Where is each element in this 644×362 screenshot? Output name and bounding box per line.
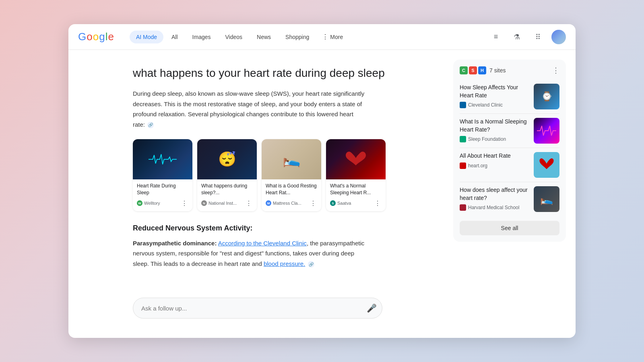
tab-all[interactable]: All [165, 31, 184, 43]
source-item-4[interactable]: How does sleep affect your heart rate? H… [460, 182, 559, 216]
card-image-2: 😴 [197, 139, 257, 179]
list-icon-button[interactable]: ≡ [489, 30, 503, 44]
sources-header: C S H 7 sites ⋮ [460, 66, 559, 75]
image-card-3[interactable]: 🛌 What is a Good Resting Heart Rat... M … [262, 139, 321, 211]
main-content: what happens to your heart rate during d… [68, 50, 576, 338]
card-menu-btn-3[interactable]: ⋮ [309, 199, 317, 208]
parasympathetic-label: Parasympathetic dominance: [133, 240, 217, 247]
source-thumb-1: ⌚ [534, 84, 559, 109]
source-title-4: How does sleep affect your heart rate? [460, 186, 529, 202]
image-card-1[interactable]: Heart Rate During Sleep W Welltory ⋮ [133, 139, 192, 211]
site-name-1: Cleveland Clinic [468, 102, 503, 108]
mic-button[interactable]: 🎤 [367, 303, 377, 313]
site-favicon-4 [460, 204, 466, 211]
card-favicon-2: N [201, 200, 207, 206]
card-source-name-1: Welltory [144, 201, 160, 206]
tab-images[interactable]: Images [186, 31, 217, 43]
labs-icon-button[interactable]: ⚗ [510, 30, 524, 44]
card-favicon-4: S [330, 200, 336, 206]
card-source-name-2: National Inst... [208, 201, 237, 206]
follow-up-wrapper: 🎤 [133, 298, 382, 319]
card-source-1: W Welltory ⋮ [137, 199, 188, 208]
image-cards-row: Heart Rate During Sleep W Welltory ⋮ [133, 139, 427, 211]
mic-icon: 🎤 [367, 304, 377, 313]
card-title-2: What happens during sleep?... [201, 183, 253, 196]
card-source-2: N National Inst... ⋮ [201, 199, 253, 208]
card-source-4: S Saatva ⋮ [330, 199, 382, 208]
card-title-1: Heart Rate During Sleep [137, 183, 188, 196]
site-favicon-3 [460, 162, 466, 169]
source-icon-3: H [478, 66, 486, 74]
blood-pressure-link[interactable]: blood pressure. [264, 260, 305, 267]
tab-shopping[interactable]: Shopping [279, 31, 316, 43]
sites-count: 7 sites [489, 67, 506, 74]
tab-news[interactable]: News [250, 31, 277, 43]
card-info-3: What is a Good Resting Heart Rat... M Ma… [262, 179, 321, 211]
query-title: what happens to your heart rate during d… [133, 66, 427, 80]
card-menu-btn-4[interactable]: ⋮ [374, 199, 382, 208]
see-all-button[interactable]: See all [460, 221, 559, 235]
card-menu-btn-2[interactable]: ⋮ [245, 199, 253, 208]
header: Google AI Mode All Images Videos News Sh… [68, 24, 576, 50]
more-menu-button[interactable]: ⋮ More [317, 30, 348, 44]
section-title: Reduced Nervous System Activity: [133, 224, 427, 232]
card-info-2: What happens during sleep?... N National… [197, 179, 257, 211]
site-name-4: Harvard Medical School [468, 205, 519, 210]
source-title-3: All About Heart Rate [460, 152, 529, 160]
tab-videos[interactable]: Videos [219, 31, 249, 43]
site-name-3: heart.org [468, 163, 487, 169]
card-title-3: What is a Good Resting Heart Rat... [266, 183, 317, 196]
sources-menu-button[interactable]: ⋮ [552, 66, 559, 75]
source-item-2[interactable]: What Is a Normal Sleeping Heart Rate? Sl… [460, 114, 559, 148]
source-thumb-3 [534, 152, 559, 178]
card-title-4: What's a Normal Sleeping Heart R... [330, 183, 382, 196]
card-image-4 [326, 139, 386, 179]
card-image-3: 🛌 [262, 139, 321, 179]
source-site-icons: C S H [460, 66, 486, 74]
apps-icon-button[interactable]: ⠿ [530, 30, 545, 44]
apps-icon: ⠿ [535, 33, 541, 41]
dots-icon: ⋮ [322, 33, 328, 41]
card-info-4: What's a Normal Sleeping Heart R... S Sa… [326, 179, 386, 211]
source-icon-2: S [469, 66, 477, 74]
list-icon: ≡ [494, 33, 498, 41]
sidebar: C S H 7 sites ⋮ How Sleep Affects Your H… [447, 50, 576, 338]
source-icon-1: C [460, 66, 468, 74]
card-source-name-4: Saatva [337, 201, 351, 206]
image-card-4[interactable]: What's a Normal Sleeping Heart R... S Sa… [326, 139, 386, 211]
source-item-1[interactable]: How Sleep Affects Your Heart Rate Clevel… [460, 80, 559, 114]
user-avatar[interactable] [551, 30, 566, 44]
more-label: More [330, 34, 343, 40]
google-logo: Google [78, 31, 114, 43]
cleveland-clinic-link[interactable]: According to the Cleveland Clinic [218, 240, 307, 247]
citation-icon[interactable]: 🔗 [147, 122, 154, 128]
tab-ai-mode[interactable]: AI Mode [130, 31, 163, 43]
card-source-name-3: Mattress Cla... [273, 201, 301, 206]
body-paragraph: Parasympathetic dominance: According to … [133, 238, 366, 269]
source-item-3[interactable]: All About Heart Rate heart.org [460, 148, 559, 182]
site-favicon-2 [460, 136, 466, 142]
image-card-2[interactable]: 😴 What happens during sleep?... N Nation… [197, 139, 257, 211]
citation-icon-2[interactable]: 🔗 [308, 261, 314, 267]
labs-icon: ⚗ [514, 33, 520, 41]
card-info-1: Heart Rate During Sleep W Welltory ⋮ [133, 179, 192, 211]
site-favicon-1 [460, 102, 466, 108]
source-thumb-2 [534, 118, 559, 144]
source-title-1: How Sleep Affects Your Heart Rate [460, 84, 529, 99]
card-menu-btn-1[interactable]: ⋮ [180, 199, 188, 208]
nav-tabs: AI Mode All Images Videos News Shopping … [130, 30, 479, 44]
card-source-3: M Mattress Cla... ⋮ [266, 199, 317, 208]
content-area: what happens to your heart rate during d… [68, 50, 447, 338]
source-thumb-4: 🛌 [534, 186, 559, 212]
sources-card: C S H 7 sites ⋮ How Sleep Affects Your H… [453, 60, 566, 242]
follow-up-input[interactable] [133, 298, 382, 319]
source-title-2: What Is a Normal Sleeping Heart Rate? [460, 118, 529, 134]
card-favicon-1: W [137, 200, 142, 206]
card-favicon-3: M [266, 200, 271, 206]
card-image-1 [133, 139, 192, 179]
header-icons: ≡ ⚗ ⠿ [489, 30, 566, 44]
site-name-2: Sleep Foundation [468, 136, 506, 142]
answer-intro: During deep sleep, also known as slow-wa… [133, 88, 366, 130]
